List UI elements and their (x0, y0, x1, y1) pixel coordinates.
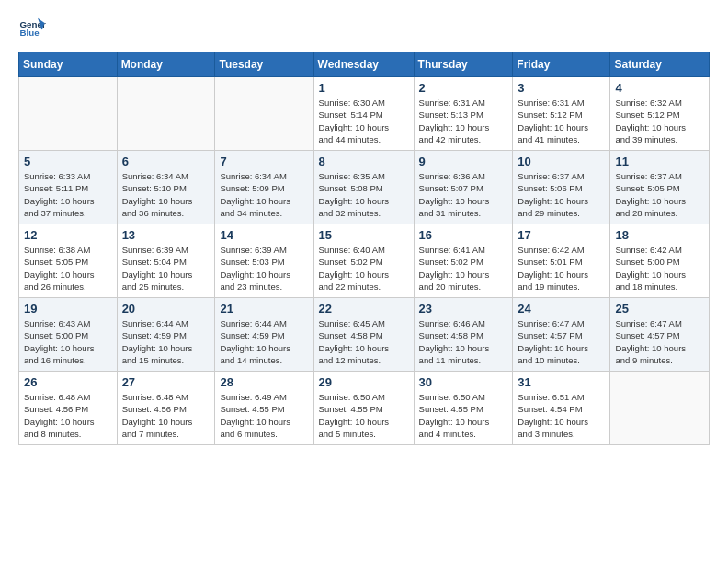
calendar-day-cell (117, 77, 215, 151)
day-info: Sunrise: 6:51 AM Sunset: 4:54 PM Dayligh… (518, 391, 605, 440)
day-number: 27 (122, 375, 210, 389)
day-info: Sunrise: 6:44 AM Sunset: 4:59 PM Dayligh… (220, 317, 308, 366)
weekday-header-sunday: Sunday (19, 52, 118, 77)
day-number: 19 (24, 302, 112, 316)
day-number: 31 (518, 375, 605, 389)
day-number: 26 (24, 375, 112, 389)
day-number: 21 (220, 302, 308, 316)
calendar-day-cell: 1Sunrise: 6:30 AM Sunset: 5:14 PM Daylig… (313, 77, 414, 151)
day-info: Sunrise: 6:47 AM Sunset: 4:57 PM Dayligh… (518, 317, 605, 366)
calendar-week-row: 12Sunrise: 6:38 AM Sunset: 5:05 PM Dayli… (19, 224, 710, 298)
calendar-header-row: SundayMondayTuesdayWednesdayThursdayFrid… (19, 52, 710, 77)
day-number: 7 (220, 155, 308, 168)
day-number: 10 (518, 155, 605, 168)
weekday-header-wednesday: Wednesday (313, 52, 414, 77)
day-number: 23 (419, 302, 508, 316)
calendar-day-cell: 5Sunrise: 6:33 AM Sunset: 5:11 PM Daylig… (19, 151, 118, 224)
calendar-day-cell: 16Sunrise: 6:41 AM Sunset: 5:02 PM Dayli… (414, 224, 513, 298)
day-info: Sunrise: 6:46 AM Sunset: 4:58 PM Dayligh… (419, 317, 508, 366)
day-info: Sunrise: 6:48 AM Sunset: 4:56 PM Dayligh… (24, 391, 112, 440)
day-info: Sunrise: 6:40 AM Sunset: 5:02 PM Dayligh… (319, 244, 409, 293)
day-info: Sunrise: 6:32 AM Sunset: 5:12 PM Dayligh… (615, 97, 704, 145)
day-number: 2 (419, 81, 508, 95)
day-info: Sunrise: 6:45 AM Sunset: 4:58 PM Dayligh… (319, 317, 409, 366)
day-number: 24 (518, 302, 605, 316)
day-info: Sunrise: 6:41 AM Sunset: 5:02 PM Dayligh… (419, 244, 508, 293)
day-info: Sunrise: 6:37 AM Sunset: 5:05 PM Dayligh… (615, 170, 704, 219)
calendar-day-cell: 26Sunrise: 6:48 AM Sunset: 4:56 PM Dayli… (19, 372, 118, 445)
weekday-header-thursday: Thursday (414, 52, 513, 77)
calendar-day-cell: 29Sunrise: 6:50 AM Sunset: 4:55 PM Dayli… (313, 372, 414, 445)
day-info: Sunrise: 6:43 AM Sunset: 5:00 PM Dayligh… (24, 317, 112, 366)
calendar-day-cell: 19Sunrise: 6:43 AM Sunset: 5:00 PM Dayli… (19, 298, 118, 372)
calendar-day-cell: 6Sunrise: 6:34 AM Sunset: 5:10 PM Daylig… (117, 151, 215, 224)
day-info: Sunrise: 6:48 AM Sunset: 4:56 PM Dayligh… (122, 391, 210, 440)
calendar-day-cell: 9Sunrise: 6:36 AM Sunset: 5:07 PM Daylig… (414, 151, 513, 224)
day-number: 29 (319, 375, 409, 389)
calendar-day-cell: 20Sunrise: 6:44 AM Sunset: 4:59 PM Dayli… (117, 298, 215, 372)
day-number: 28 (220, 375, 308, 389)
day-number: 9 (419, 155, 508, 168)
calendar-week-row: 1Sunrise: 6:30 AM Sunset: 5:14 PM Daylig… (19, 77, 710, 151)
calendar-day-cell (19, 77, 118, 151)
svg-text:Blue: Blue (20, 28, 40, 38)
calendar-day-cell (215, 77, 313, 151)
calendar-day-cell: 4Sunrise: 6:32 AM Sunset: 5:12 PM Daylig… (610, 77, 710, 151)
weekday-header-friday: Friday (513, 52, 610, 77)
weekday-header-monday: Monday (117, 52, 215, 77)
day-number: 12 (24, 228, 112, 242)
day-number: 5 (24, 155, 112, 168)
day-info: Sunrise: 6:38 AM Sunset: 5:05 PM Dayligh… (24, 244, 112, 293)
calendar-day-cell: 8Sunrise: 6:35 AM Sunset: 5:08 PM Daylig… (313, 151, 414, 224)
day-number: 30 (419, 375, 508, 389)
calendar-day-cell: 31Sunrise: 6:51 AM Sunset: 4:54 PM Dayli… (513, 372, 610, 445)
day-number: 25 (615, 302, 704, 316)
day-number: 18 (615, 228, 704, 242)
calendar-day-cell: 24Sunrise: 6:47 AM Sunset: 4:57 PM Dayli… (513, 298, 610, 372)
day-info: Sunrise: 6:42 AM Sunset: 5:00 PM Dayligh… (615, 244, 704, 293)
day-number: 6 (122, 155, 210, 168)
day-number: 13 (122, 228, 210, 242)
day-info: Sunrise: 6:31 AM Sunset: 5:13 PM Dayligh… (419, 97, 508, 145)
calendar-day-cell: 27Sunrise: 6:48 AM Sunset: 4:56 PM Dayli… (117, 372, 215, 445)
calendar-day-cell: 23Sunrise: 6:46 AM Sunset: 4:58 PM Dayli… (414, 298, 513, 372)
calendar-day-cell: 21Sunrise: 6:44 AM Sunset: 4:59 PM Dayli… (215, 298, 313, 372)
day-info: Sunrise: 6:49 AM Sunset: 4:55 PM Dayligh… (220, 391, 308, 440)
weekday-header-tuesday: Tuesday (215, 52, 313, 77)
calendar-day-cell: 17Sunrise: 6:42 AM Sunset: 5:01 PM Dayli… (513, 224, 610, 298)
page-header: General Blue (18, 15, 710, 42)
calendar-week-row: 5Sunrise: 6:33 AM Sunset: 5:11 PM Daylig… (19, 151, 710, 224)
calendar-day-cell: 22Sunrise: 6:45 AM Sunset: 4:58 PM Dayli… (313, 298, 414, 372)
calendar-table: SundayMondayTuesdayWednesdayThursdayFrid… (18, 52, 710, 445)
day-number: 14 (220, 228, 308, 242)
day-info: Sunrise: 6:39 AM Sunset: 5:04 PM Dayligh… (122, 244, 210, 293)
day-info: Sunrise: 6:50 AM Sunset: 4:55 PM Dayligh… (319, 391, 409, 440)
day-info: Sunrise: 6:37 AM Sunset: 5:06 PM Dayligh… (518, 170, 605, 219)
day-info: Sunrise: 6:39 AM Sunset: 5:03 PM Dayligh… (220, 244, 308, 293)
day-number: 8 (319, 155, 409, 168)
day-info: Sunrise: 6:34 AM Sunset: 5:10 PM Dayligh… (122, 170, 210, 219)
calendar-day-cell (610, 372, 710, 445)
calendar-day-cell: 2Sunrise: 6:31 AM Sunset: 5:13 PM Daylig… (414, 77, 513, 151)
calendar-day-cell: 7Sunrise: 6:34 AM Sunset: 5:09 PM Daylig… (215, 151, 313, 224)
day-number: 20 (122, 302, 210, 316)
calendar-week-row: 19Sunrise: 6:43 AM Sunset: 5:00 PM Dayli… (19, 298, 710, 372)
day-info: Sunrise: 6:47 AM Sunset: 4:57 PM Dayligh… (615, 317, 704, 366)
calendar-day-cell: 30Sunrise: 6:50 AM Sunset: 4:55 PM Dayli… (414, 372, 513, 445)
calendar-day-cell: 12Sunrise: 6:38 AM Sunset: 5:05 PM Dayli… (19, 224, 118, 298)
day-number: 1 (319, 81, 409, 95)
calendar-day-cell: 28Sunrise: 6:49 AM Sunset: 4:55 PM Dayli… (215, 372, 313, 445)
calendar-day-cell: 11Sunrise: 6:37 AM Sunset: 5:05 PM Dayli… (610, 151, 710, 224)
day-number: 17 (518, 228, 605, 242)
calendar-day-cell: 13Sunrise: 6:39 AM Sunset: 5:04 PM Dayli… (117, 224, 215, 298)
calendar-day-cell: 14Sunrise: 6:39 AM Sunset: 5:03 PM Dayli… (215, 224, 313, 298)
day-info: Sunrise: 6:30 AM Sunset: 5:14 PM Dayligh… (319, 97, 409, 145)
day-info: Sunrise: 6:33 AM Sunset: 5:11 PM Dayligh… (24, 170, 112, 219)
day-number: 4 (615, 81, 704, 95)
calendar-day-cell: 18Sunrise: 6:42 AM Sunset: 5:00 PM Dayli… (610, 224, 710, 298)
day-number: 15 (319, 228, 409, 242)
day-info: Sunrise: 6:50 AM Sunset: 4:55 PM Dayligh… (419, 391, 508, 440)
day-number: 22 (319, 302, 409, 316)
logo: General Blue (18, 15, 50, 42)
day-info: Sunrise: 6:31 AM Sunset: 5:12 PM Dayligh… (518, 97, 605, 145)
